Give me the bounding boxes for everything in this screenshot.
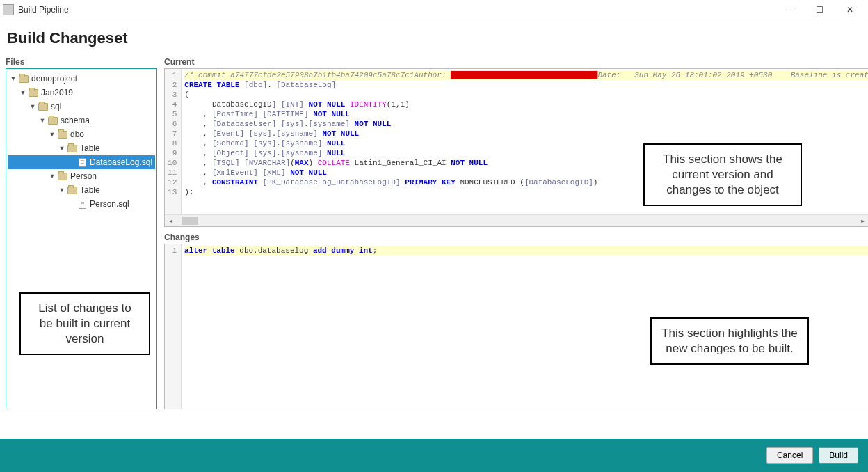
tree-item-label: dbo <box>70 129 84 139</box>
tree-folder[interactable]: ▼Person <box>8 169 155 183</box>
tree-file[interactable]: ▶DatabaseLog.sql <box>8 155 155 169</box>
folder-icon <box>18 74 29 84</box>
tree-toggle-icon[interactable]: ▼ <box>48 173 56 180</box>
code-line: /* commit a74777cfde2e57908b7b1fb4ba7420… <box>184 70 868 80</box>
tree-item-label: schema <box>61 116 90 125</box>
tree-item-label: DatabaseLog.sql <box>90 157 152 167</box>
folder-icon <box>67 185 78 195</box>
folder-icon <box>67 143 78 153</box>
line-number: 1 <box>168 70 177 80</box>
code-line: alter table dbo.databaselog add dummy in… <box>184 246 868 255</box>
code-line: , [PostTime] [DATETIME] NOT NULL <box>184 109 868 119</box>
folder-icon <box>28 88 39 97</box>
tree-item-label: demoproject <box>31 74 77 84</box>
tree-folder[interactable]: ▼demoproject <box>8 72 155 86</box>
file-icon <box>77 199 88 209</box>
tree-toggle-icon[interactable]: ▼ <box>58 145 66 152</box>
folder-icon <box>57 129 68 139</box>
line-number: 9 <box>168 148 177 158</box>
annotation-files: List of changes to be built in current v… <box>19 292 150 355</box>
tree-item-label: Table <box>80 143 100 153</box>
page-heading: Build Changeset <box>7 29 861 47</box>
code-line: ( <box>184 90 868 100</box>
line-number: 5 <box>168 109 177 119</box>
line-number: 6 <box>168 119 177 129</box>
scrollbar-horizontal[interactable]: ◀▶ <box>165 214 868 226</box>
line-number: 12 <box>168 178 177 187</box>
tree-folder[interactable]: ▼dbo <box>8 127 155 141</box>
file-icon <box>77 157 88 167</box>
current-label: Current <box>164 57 868 67</box>
tree-folder[interactable]: ▼Table <box>8 141 155 155</box>
tree-folder[interactable]: ▼Jan2019 <box>8 86 155 100</box>
line-number: 4 <box>168 100 177 109</box>
files-tree: ▼demoproject▼Jan2019▼sql▼schema▼dbo▼Tabl… <box>6 68 157 409</box>
cancel-button[interactable]: Cancel <box>766 447 813 464</box>
code-line: DatabaseLogID] [INT] NOT NULL IDENTITY(1… <box>184 100 868 109</box>
tree-toggle-icon[interactable]: ▼ <box>19 89 27 96</box>
tree-folder[interactable]: ▼schema <box>8 113 155 127</box>
tree-toggle-icon[interactable]: ▼ <box>9 75 17 82</box>
minimize-button[interactable]: ─ <box>773 0 804 19</box>
code-line: , [DatabaseUser] [sys].[sysname] NOT NUL… <box>184 119 868 129</box>
tree-item-label: Table <box>80 185 100 195</box>
footer-bar: Cancel Build <box>0 439 868 472</box>
tree-item-label: Person.sql <box>90 199 129 209</box>
line-number: 11 <box>168 168 177 178</box>
line-number: 13 <box>168 187 177 197</box>
line-number: 3 <box>168 90 177 100</box>
maximize-button[interactable]: ☐ <box>804 0 835 19</box>
code-line: CREATE TABLE [dbo]. [DatabaseLog] <box>184 80 868 90</box>
changes-label: Changes <box>164 233 868 242</box>
tree-folder[interactable]: ▼sql <box>8 100 155 113</box>
tree-item-label: sql <box>51 102 61 111</box>
close-button[interactable]: ✕ <box>835 0 865 19</box>
annotation-changes: This section highlights the new changes … <box>650 317 809 365</box>
app-icon <box>3 4 14 15</box>
build-button[interactable]: Build <box>819 447 858 464</box>
line-number: 1 <box>168 246 177 255</box>
code-line: , [Event] [sys].[sysname] NOT NULL <box>184 129 868 139</box>
line-number: 2 <box>168 80 177 90</box>
tree-toggle-icon[interactable]: ▼ <box>58 187 66 194</box>
tree-file[interactable]: ▶Person.sql <box>8 197 155 211</box>
window-title: Build Pipeline <box>18 5 773 15</box>
tree-toggle-icon[interactable]: ▼ <box>38 117 47 124</box>
heading-row: Build Changeset <box>0 19 868 57</box>
tree-folder[interactable]: ▼Table <box>8 183 155 197</box>
annotation-current: This section shows the current version a… <box>643 143 802 206</box>
line-number: 8 <box>168 139 177 148</box>
files-label: Files <box>6 57 157 67</box>
folder-icon <box>57 171 68 181</box>
folder-icon <box>47 116 58 125</box>
tree-toggle-icon[interactable]: ▼ <box>48 131 56 138</box>
titlebar: Build Pipeline ─ ☐ ✕ <box>0 0 868 19</box>
tree-toggle-icon[interactable]: ▼ <box>29 103 37 110</box>
line-number: 10 <box>168 158 177 168</box>
tree-item-label: Person <box>70 171 97 181</box>
folder-icon <box>38 102 49 111</box>
line-number: 7 <box>168 129 177 139</box>
tree-item-label: Jan2019 <box>41 88 73 97</box>
